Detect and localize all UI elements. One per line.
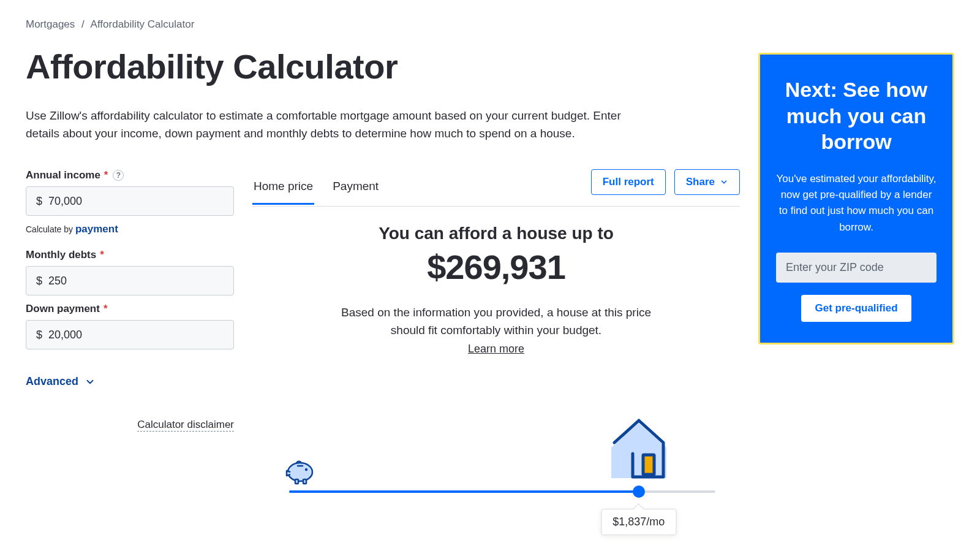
piggy-bank-icon	[283, 455, 317, 488]
annual-income-input[interactable]	[46, 187, 233, 215]
calculator-disclaimer-link[interactable]: Calculator disclaimer	[137, 419, 234, 432]
house-icon	[605, 417, 673, 487]
full-report-button[interactable]: Full report	[591, 169, 666, 195]
tab-home-price[interactable]: Home price	[252, 171, 314, 205]
tab-payment[interactable]: Payment	[331, 171, 380, 205]
slider-thumb[interactable]	[633, 486, 645, 498]
down-payment-label: Down payment *	[26, 303, 108, 315]
required-mark: *	[104, 303, 108, 315]
afford-amount: $269,931	[252, 247, 740, 287]
required-mark: *	[100, 249, 104, 261]
advanced-toggle[interactable]: Advanced	[26, 375, 96, 388]
budget-slider: $1,837/mo	[289, 417, 715, 539]
slider-fill	[289, 490, 639, 493]
monthly-debts-label: Monthly debts *	[26, 249, 104, 261]
annual-income-input-wrap: $	[26, 186, 234, 216]
result-column: Home price Payment Full report Share You…	[252, 169, 740, 539]
slider-value-tooltip: $1,837/mo	[601, 509, 676, 535]
chevron-down-icon	[85, 376, 96, 387]
breadcrumb-separator: /	[81, 18, 85, 30]
breadcrumb-current: Affordability Calculator	[91, 18, 195, 30]
svg-point-3	[305, 468, 307, 471]
help-icon[interactable]: ?	[113, 170, 124, 181]
svg-rect-2	[303, 479, 306, 484]
cta-description: You've estimated your affordability, now…	[776, 171, 937, 235]
calculate-by-row: Calculate by payment	[26, 223, 234, 235]
chevron-down-icon	[720, 178, 728, 186]
page-description: Use Zillow's affordability calculator to…	[26, 107, 638, 142]
currency-prefix: $	[26, 275, 46, 288]
breadcrumb-parent[interactable]: Mortgages	[26, 18, 75, 30]
annual-income-label: Annual income * ?	[26, 169, 124, 181]
breadcrumb: Mortgages / Affordability Calculator	[26, 18, 954, 31]
tabs: Home price Payment	[252, 171, 380, 204]
cta-card: Next: See how much you can borrow You've…	[758, 53, 954, 345]
calculate-by-payment-link[interactable]: payment	[75, 223, 118, 235]
currency-prefix: $	[26, 195, 46, 208]
monthly-debts-input[interactable]	[46, 267, 233, 295]
cta-title: Next: See how much you can borrow	[776, 77, 937, 155]
zip-code-input[interactable]	[776, 253, 937, 283]
down-payment-group: Down payment * $	[26, 303, 234, 349]
down-payment-input-wrap: $	[26, 320, 234, 349]
result-area: You can afford a house up to $269,931 Ba…	[252, 224, 740, 539]
tab-row: Home price Payment Full report Share	[252, 169, 740, 207]
svg-rect-1	[295, 479, 298, 484]
monthly-debts-input-wrap: $	[26, 266, 234, 295]
afford-headline: You can afford a house up to	[252, 224, 740, 243]
form-column: Annual income * ? $ Calculate by payment…	[26, 169, 234, 432]
monthly-debts-group: Monthly debts * $	[26, 249, 234, 295]
learn-more-link[interactable]: Learn more	[468, 343, 524, 356]
required-mark: *	[104, 169, 108, 181]
down-payment-input[interactable]	[46, 321, 233, 349]
share-button[interactable]: Share	[674, 169, 740, 195]
annual-income-group: Annual income * ? $	[26, 169, 234, 216]
currency-prefix: $	[26, 329, 46, 341]
svg-rect-5	[643, 455, 654, 474]
afford-description: Based on the information you provided, a…	[337, 304, 655, 339]
get-prequalified-button[interactable]: Get pre-qualified	[801, 295, 911, 322]
